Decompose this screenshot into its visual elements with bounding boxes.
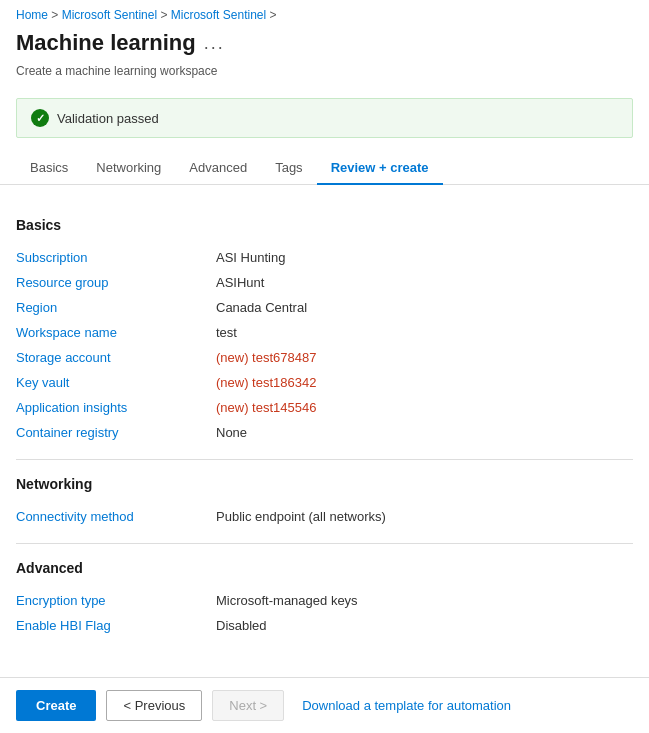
- tabs-container: Basics Networking Advanced Tags Review +…: [0, 152, 649, 185]
- value-key-vault: (new) test186342: [216, 375, 316, 390]
- label-storage-account: Storage account: [16, 350, 216, 365]
- create-button[interactable]: Create: [16, 690, 96, 721]
- section-advanced-title: Advanced: [16, 560, 633, 576]
- label-connectivity-method: Connectivity method: [16, 509, 216, 524]
- section-networking-title: Networking: [16, 476, 633, 492]
- label-region: Region: [16, 300, 216, 315]
- breadcrumb-sentinel2[interactable]: Microsoft Sentinel: [171, 8, 266, 22]
- breadcrumb-sentinel1[interactable]: Microsoft Sentinel: [62, 8, 157, 22]
- field-container-registry: Container registry None: [16, 420, 633, 445]
- value-connectivity-method: Public endpoint (all networks): [216, 509, 386, 524]
- label-app-insights: Application insights: [16, 400, 216, 415]
- tab-review-create[interactable]: Review + create: [317, 152, 443, 185]
- label-encryption-type: Encryption type: [16, 593, 216, 608]
- divider-2: [16, 543, 633, 544]
- validation-text: Validation passed: [57, 111, 159, 126]
- breadcrumb-home[interactable]: Home: [16, 8, 48, 22]
- field-resource-group: Resource group ASIHunt: [16, 270, 633, 295]
- value-subscription: ASI Hunting: [216, 250, 285, 265]
- page-title: Machine learning: [16, 30, 196, 56]
- field-subscription: Subscription ASI Hunting: [16, 245, 633, 270]
- label-key-vault: Key vault: [16, 375, 216, 390]
- value-app-insights: (new) test145546: [216, 400, 316, 415]
- footer: Create < Previous Next > Download a temp…: [0, 677, 649, 733]
- download-template-link[interactable]: Download a template for automation: [302, 698, 511, 713]
- more-options-icon[interactable]: ...: [204, 33, 225, 54]
- field-region: Region Canada Central: [16, 295, 633, 320]
- field-key-vault: Key vault (new) test186342: [16, 370, 633, 395]
- field-connectivity-method: Connectivity method Public endpoint (all…: [16, 504, 633, 529]
- previous-button[interactable]: < Previous: [106, 690, 202, 721]
- tab-basics[interactable]: Basics: [16, 152, 82, 185]
- page-header: Machine learning ...: [0, 26, 649, 64]
- field-encryption-type: Encryption type Microsoft-managed keys: [16, 588, 633, 613]
- field-hbi-flag: Enable HBI Flag Disabled: [16, 613, 633, 638]
- section-basics-title: Basics: [16, 217, 633, 233]
- page-subtitle: Create a machine learning workspace: [0, 64, 649, 88]
- check-icon: [31, 109, 49, 127]
- value-encryption-type: Microsoft-managed keys: [216, 593, 358, 608]
- value-workspace-name: test: [216, 325, 237, 340]
- value-container-registry: None: [216, 425, 247, 440]
- field-app-insights: Application insights (new) test145546: [16, 395, 633, 420]
- label-container-registry: Container registry: [16, 425, 216, 440]
- validation-banner: Validation passed: [16, 98, 633, 138]
- tab-advanced[interactable]: Advanced: [175, 152, 261, 185]
- label-subscription: Subscription: [16, 250, 216, 265]
- tab-tags[interactable]: Tags: [261, 152, 316, 185]
- value-region: Canada Central: [216, 300, 307, 315]
- value-storage-account: (new) test678487: [216, 350, 316, 365]
- breadcrumb: Home > Microsoft Sentinel > Microsoft Se…: [0, 0, 649, 26]
- divider-1: [16, 459, 633, 460]
- label-workspace-name: Workspace name: [16, 325, 216, 340]
- label-hbi-flag: Enable HBI Flag: [16, 618, 216, 633]
- tab-networking[interactable]: Networking: [82, 152, 175, 185]
- field-storage-account: Storage account (new) test678487: [16, 345, 633, 370]
- value-hbi-flag: Disabled: [216, 618, 267, 633]
- next-button[interactable]: Next >: [212, 690, 284, 721]
- main-content: Basics Subscription ASI Hunting Resource…: [0, 185, 649, 718]
- label-resource-group: Resource group: [16, 275, 216, 290]
- value-resource-group: ASIHunt: [216, 275, 264, 290]
- field-workspace-name: Workspace name test: [16, 320, 633, 345]
